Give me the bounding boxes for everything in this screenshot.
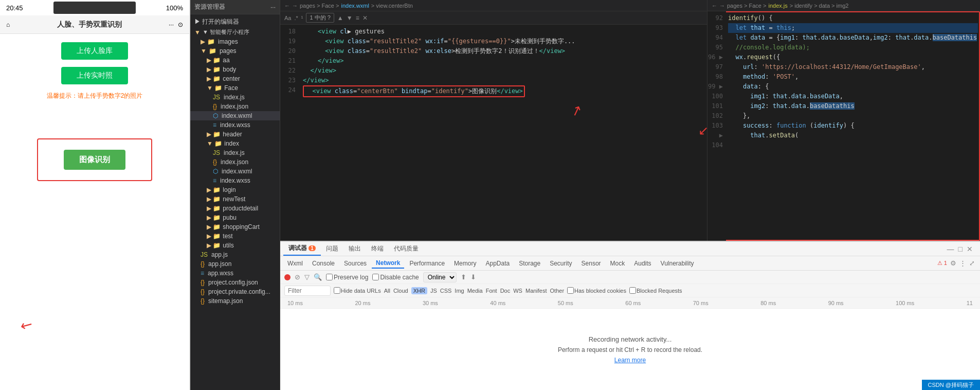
filter-js[interactable]: JS — [430, 288, 437, 294]
blocked-cookies-cb[interactable] — [567, 287, 574, 294]
filter-css[interactable]: CSS — [440, 288, 452, 294]
record-btn[interactable] — [284, 274, 291, 280]
export-icon[interactable]: ⬇ — [470, 273, 476, 281]
devtools-tab-terminal[interactable]: 终端 — [366, 242, 389, 255]
nav-back-icon[interactable]: ← — [284, 3, 290, 9]
open-editors-item[interactable]: ▶ 打开的编辑器 — [190, 16, 280, 27]
folder-center[interactable]: ▶ 📁 center — [190, 74, 280, 83]
appwxss-file[interactable]: ≡ app.wxss — [190, 269, 280, 278]
toolbar-case-icon[interactable]: ¹ — [301, 15, 303, 21]
folder-face[interactable]: ▼ 📁 Face — [190, 83, 280, 93]
filter-xhr[interactable]: XHR — [411, 287, 427, 294]
tab-network[interactable]: Network — [372, 258, 404, 269]
filter-media[interactable]: Media — [467, 288, 483, 294]
right-nav-back[interactable]: ← — [712, 3, 717, 9]
filter-other[interactable]: Other — [550, 288, 565, 294]
filter-all[interactable]: All — [384, 288, 390, 294]
folder-shoppingcart[interactable]: ▶ 📁 shoppingCart — [190, 222, 280, 232]
tab-performance[interactable]: Performance — [405, 259, 449, 268]
folder-productdetail[interactable]: ▶ 📁 productdetail — [190, 204, 280, 213]
blocked-requests-cb[interactable] — [629, 287, 636, 294]
folder-pages[interactable]: ▼ 📁 pages — [190, 46, 280, 56]
folder-utils[interactable]: ▶ 📁 utils — [190, 241, 280, 250]
folder-aa[interactable]: ▶ 📁 aa — [190, 56, 280, 65]
toolbar-menu-icon[interactable]: ≡ — [356, 14, 359, 22]
devtools-tab-output[interactable]: 输出 — [343, 242, 366, 255]
folder-pubu[interactable]: ▶ 📁 pubu — [190, 213, 280, 222]
mini-program-item[interactable]: ▼ ▼ 智能餐厅小程序 — [190, 27, 280, 37]
folder-body[interactable]: ▶ 📁 body — [190, 65, 280, 74]
home-icon[interactable]: ⌂ — [0, 21, 10, 28]
toolbar-aa-icon[interactable]: Aa — [284, 15, 291, 21]
projectconfig-file[interactable]: {} project.config.json — [190, 278, 280, 287]
upload-realtime-btn[interactable]: 上传实时照 — [61, 67, 128, 84]
search-btn[interactable]: 🔍 — [314, 273, 322, 281]
filter-img[interactable]: Img — [455, 288, 464, 294]
face-indexjson[interactable]: {} index.json — [190, 102, 280, 111]
index-indexwxss[interactable]: ≡ index.wxss — [190, 176, 280, 185]
devtools-tab-issues[interactable]: 问题 — [321, 242, 343, 255]
face-indexwxml[interactable]: ⬡ index.wxml — [190, 111, 280, 120]
filter-ws[interactable]: WS — [513, 288, 522, 294]
tab-console[interactable]: Console — [308, 259, 339, 268]
file-explorer-menu[interactable]: ··· — [270, 4, 276, 11]
filter-font[interactable]: Font — [486, 288, 497, 294]
tab-sources[interactable]: Sources — [340, 259, 371, 268]
filter-manifest[interactable]: Manifest — [525, 288, 547, 294]
devtools-minimize-icon[interactable]: — — [947, 245, 954, 253]
index-indexjs[interactable]: JS index.js — [190, 148, 280, 157]
tab-sensor[interactable]: Sensor — [577, 259, 605, 268]
toolbar-down-icon[interactable]: ▼ — [347, 14, 353, 22]
tab-audits[interactable]: Audits — [630, 259, 655, 268]
disable-cache-checkbox[interactable] — [372, 274, 379, 280]
record-icon[interactable]: ⊙ — [178, 21, 183, 28]
filter-btn[interactable]: ▽ — [304, 273, 310, 281]
folder-test[interactable]: ▶ 📁 test — [190, 232, 280, 241]
tab-security[interactable]: Security — [546, 259, 576, 268]
face-indexwxss[interactable]: ≡ index.wxss — [190, 120, 280, 130]
toolbar-up-icon[interactable]: ▲ — [337, 14, 343, 22]
tab-storage[interactable]: Storage — [515, 259, 545, 268]
phone-menu-icons[interactable]: ··· ⊙ — [169, 21, 189, 28]
tab-appdata[interactable]: AppData — [481, 259, 514, 268]
tab-wxml[interactable]: Wxml — [283, 259, 307, 268]
devtools-maximize-icon[interactable]: □ — [958, 245, 963, 253]
devtools-tab-debugger[interactable]: 调试器 1 — [283, 242, 321, 256]
folder-login[interactable]: ▶ 📁 login — [190, 185, 280, 194]
devtools-close-icon[interactable]: ✕ — [967, 245, 973, 253]
import-icon[interactable]: ⬆ — [461, 273, 466, 281]
more-icon[interactable]: ··· — [169, 21, 174, 28]
network-more-icon[interactable]: ⋮ — [959, 259, 966, 267]
filter-cloud[interactable]: Cloud — [393, 288, 408, 294]
devtools-tab-quality[interactable]: 代码质量 — [389, 242, 424, 255]
folder-images[interactable]: ▶ 📁 images — [190, 37, 280, 46]
tab-memory[interactable]: Memory — [450, 259, 480, 268]
clear-btn[interactable]: ⊘ — [295, 273, 300, 281]
network-expand-icon[interactable]: ⤢ — [969, 259, 975, 267]
network-settings-icon[interactable]: ⚙ — [950, 259, 956, 267]
preserve-log-checkbox[interactable] — [326, 274, 333, 280]
tab-vulnerability[interactable]: Vulnerability — [657, 259, 698, 268]
sitemap-file[interactable]: {} sitemap.json — [190, 296, 280, 306]
nav-forward-icon[interactable]: → — [292, 3, 298, 9]
appjs-file[interactable]: JS app.js — [190, 250, 280, 259]
filter-doc[interactable]: Doc — [500, 288, 511, 294]
toolbar-regex-icon[interactable]: .* — [294, 15, 298, 21]
appjson-file[interactable]: {} app.json — [190, 259, 280, 269]
hide-data-urls-cb[interactable] — [334, 287, 340, 294]
folder-header[interactable]: ▶ 📁 header — [190, 130, 280, 139]
folder-index[interactable]: ▼ 📁 index — [190, 139, 280, 148]
toolbar-close-icon[interactable]: ✕ — [362, 14, 368, 22]
online-select[interactable]: Online — [423, 272, 457, 282]
filter-input[interactable] — [284, 286, 331, 296]
right-nav-forward[interactable]: → — [719, 3, 725, 9]
projectprivate-file[interactable]: {} project.private.config... — [190, 287, 280, 296]
learn-more-link[interactable]: Learn more — [614, 357, 646, 364]
index-indexjson[interactable]: {} index.json — [190, 157, 280, 167]
recognize-btn[interactable]: 图像识别 — [64, 150, 125, 170]
face-indexjs[interactable]: JS index.js — [190, 93, 280, 102]
folder-newtest[interactable]: ▶ 📁 newTest — [190, 194, 280, 204]
index-indexwxml[interactable]: ⬡ index.wxml — [190, 167, 280, 176]
upload-face-btn[interactable]: 上传人脸库 — [61, 42, 128, 60]
tab-mock[interactable]: Mock — [606, 259, 629, 268]
